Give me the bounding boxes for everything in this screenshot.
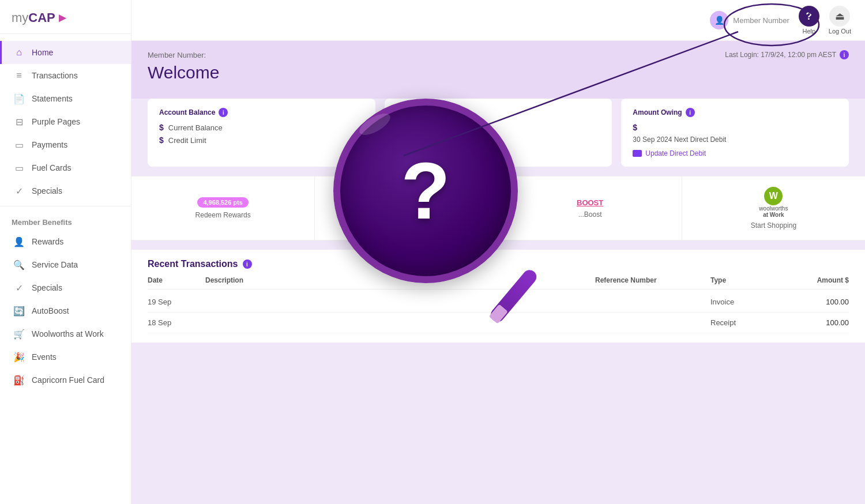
amount-owing-title: Amount Owing i xyxy=(633,108,837,117)
transactions-info-icon[interactable]: i xyxy=(243,259,252,269)
help-question-icon: ? xyxy=(806,10,812,22)
sidebar-item-home[interactable]: ⌂ Home xyxy=(0,41,131,64)
amount-owing-dollar-row: $ xyxy=(633,123,837,132)
help-button[interactable]: ? Help xyxy=(799,6,819,35)
page-content: Member Number: Last Login: 17/9/24, 12:0… xyxy=(131,41,865,504)
sidebar-item-transactions-label: Transactions xyxy=(32,71,78,80)
rewards-badge: 4,968,526 pts xyxy=(197,197,249,208)
sidebar-item-home-label: Home xyxy=(32,48,53,57)
logout-label: Log Out xyxy=(829,28,851,35)
sidebar-item-service-data-label: Service Data xyxy=(32,260,78,269)
member-avatar: 👤 xyxy=(710,11,728,29)
woolworths-logo: W woolworths at Work xyxy=(759,187,788,218)
woolworths-partner[interactable]: W woolworths at Work Start Shopping xyxy=(682,176,865,240)
logo-cap: CAP xyxy=(28,10,55,25)
sidebar-item-events[interactable]: 🎉 Events xyxy=(0,345,131,368)
amount-owing-date: 30 Sep 2024 Next Direct Debit xyxy=(633,136,837,144)
header: 👤 Member Number ? Help ⏏ Log Out xyxy=(131,0,865,41)
row1-ref xyxy=(595,298,710,306)
sidebar-item-fuel-cards[interactable]: ▭ Fuel Cards xyxy=(0,156,131,179)
transactions-section: Recent Transactions i Date Description R… xyxy=(131,250,865,343)
sidebar-item-capricorn-fuel-label: Capricorn Fuel Card xyxy=(32,375,104,385)
member-number-row: Member Number: Last Login: 17/9/24, 12:0… xyxy=(148,50,849,59)
logout-icon: ⏏ xyxy=(829,6,850,27)
logo-arrow: ► xyxy=(57,10,69,25)
direct-debit-icon xyxy=(633,150,642,157)
member-info: 👤 Member Number xyxy=(710,11,789,29)
sidebar-item-specials-b[interactable]: ✓ Specials xyxy=(0,276,131,299)
sidebar: myCAP► ⌂ Home ≡ Transactions 📄 Statement… xyxy=(0,0,131,504)
sidebar-item-statements[interactable]: 📄 Statements xyxy=(0,87,131,110)
logo-my: my xyxy=(12,10,28,25)
boost-partner[interactable]: BOOST ...Boost xyxy=(499,176,682,240)
specials-icon: ✓ xyxy=(13,185,25,197)
credit-limit-row: $ Credit Limit xyxy=(159,136,364,145)
sidebar-item-rewards[interactable]: 👤 Rewards xyxy=(0,230,131,253)
transactions-title: Recent Transactions i xyxy=(148,259,849,269)
amount-owing-info-icon[interactable]: i xyxy=(686,108,695,117)
transactions-icon: ≡ xyxy=(13,70,25,81)
partners-row: 4,968,526 pts Redeem Rewards capricorn G… xyxy=(131,176,865,240)
account-balance-info-icon[interactable]: i xyxy=(219,108,228,117)
boost-partner-label: ...Boost xyxy=(578,210,602,219)
sidebar-item-woolworths-label: Woolworths at Work xyxy=(32,329,104,338)
autoboost-icon: 🔄 xyxy=(13,305,25,317)
logout-button[interactable]: ⏏ Log Out xyxy=(829,6,851,35)
sidebar-item-autoboost[interactable]: 🔄 AutoBoost xyxy=(0,299,131,322)
sidebar-item-purple-pages-label: Purple Pages xyxy=(32,117,80,126)
boost-logo: BOOST xyxy=(577,198,603,207)
credit-limit-dollar: $ xyxy=(159,136,164,145)
sidebar-item-fuel-cards-label: Fuel Cards xyxy=(32,163,71,172)
sidebar-item-specials-b-label: Specials xyxy=(32,283,62,292)
welcome-title: Welcome xyxy=(148,63,849,82)
rewards-partner[interactable]: 4,968,526 pts Redeem Rewards xyxy=(131,176,315,240)
sidebar-item-specials[interactable]: ✓ Specials xyxy=(0,179,131,202)
sidebar-nav: ⌂ Home ≡ Transactions 📄 Statements ⊟ Pur… xyxy=(0,39,131,394)
sidebar-item-service-data[interactable]: 🔍 Service Data xyxy=(0,253,131,276)
table-row: 19 Sep Invoice 100.00 xyxy=(148,292,849,313)
woolworths-at-work: at Work xyxy=(763,212,784,218)
payments-icon: ▭ xyxy=(13,139,25,151)
row1-amount: 100.00 xyxy=(780,298,849,306)
row2-type: Receipt xyxy=(710,318,780,327)
woolworths-sub: woolworths xyxy=(759,205,788,212)
latest-statement-title: Latest Statement xyxy=(396,108,601,116)
woolworths-circle: W xyxy=(764,187,783,205)
service-data-icon: 🔍 xyxy=(13,259,25,270)
capricorn-partner[interactable]: capricorn Get Serv... xyxy=(315,176,498,240)
purple-pages-icon: ⊟ xyxy=(13,116,25,127)
woolworths-partner-label: Start Shopping xyxy=(751,221,796,230)
row1-date: 19 Sep xyxy=(148,298,205,306)
sidebar-divider xyxy=(0,206,131,206)
help-label: Help xyxy=(803,28,816,35)
amount-owing-card: Amount Owing i $ 30 Sep 2024 Next Direct… xyxy=(621,99,849,167)
welcome-header: Member Number: Last Login: 17/9/24, 12:0… xyxy=(131,41,865,99)
sidebar-item-transactions[interactable]: ≡ Transactions xyxy=(0,64,131,87)
statement-month: August 2 xyxy=(396,122,601,137)
sidebar-item-woolworths[interactable]: 🛒 Woolworths at Work xyxy=(0,322,131,345)
main-content: 👤 Member Number ? Help ⏏ Log Out Member … xyxy=(131,0,865,504)
sidebar-item-payments[interactable]: ▭ Payments xyxy=(0,133,131,156)
rewards-partner-label: Redeem Rewards xyxy=(195,211,251,219)
row2-amount: 100.00 xyxy=(780,318,849,327)
account-balance-title: Account Balance i xyxy=(159,108,364,117)
help-circle: ? xyxy=(799,6,819,27)
woolworths-icon: 🛒 xyxy=(13,328,25,340)
update-direct-debit-link[interactable]: Update Direct Debit xyxy=(633,149,837,157)
current-balance-label: Current Balance xyxy=(168,123,223,132)
col-description: Description xyxy=(205,276,595,284)
events-icon: 🎉 xyxy=(13,351,25,363)
logo-container: myCAP► xyxy=(0,0,131,34)
row1-desc xyxy=(205,298,595,306)
sidebar-item-purple-pages[interactable]: ⊟ Purple Pages xyxy=(0,110,131,133)
summary-cards: Account Balance i $ Current Balance $ Cr… xyxy=(131,99,865,176)
col-amount: Amount $ xyxy=(780,276,849,284)
col-date: Date xyxy=(148,276,205,284)
sidebar-item-statements-label: Statements xyxy=(32,94,73,103)
row2-ref xyxy=(595,318,710,327)
latest-statement-card: Latest Statement August 2 xyxy=(385,99,612,167)
specials-b-icon: ✓ xyxy=(13,282,25,294)
sidebar-item-capricorn-fuel[interactable]: ⛽ Capricorn Fuel Card xyxy=(0,368,131,392)
member-number-header: Member Number xyxy=(733,16,789,25)
table-row: 18 Sep Receipt 100.00 xyxy=(148,313,849,333)
